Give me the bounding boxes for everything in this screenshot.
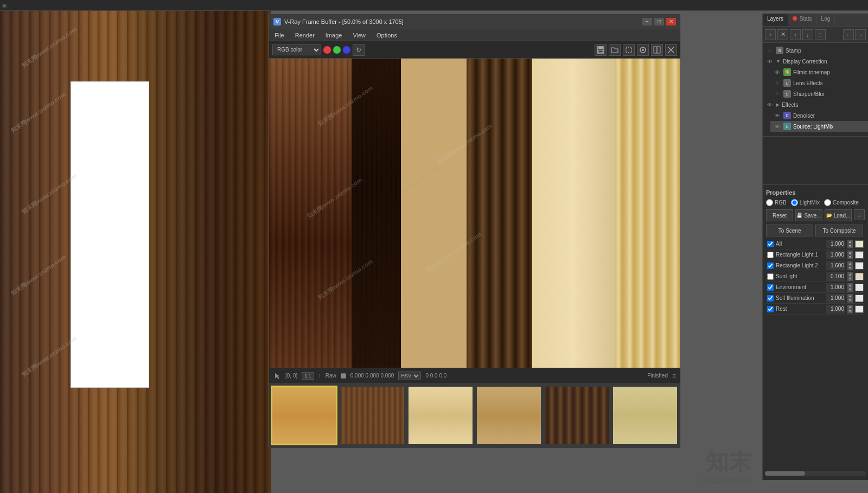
options-button[interactable]: ≡ [854,209,865,220]
check-all[interactable] [767,241,774,247]
check-selfillum[interactable] [767,295,774,302]
layers-menu-button[interactable]: ≡ [815,29,826,40]
eye-sharpen[interactable]: 👁 [774,90,781,98]
light-value-env[interactable] [826,283,845,292]
compare-button[interactable] [651,44,663,56]
menu-file[interactable]: File [272,31,286,40]
spinner-down-rect1[interactable]: ▼ [847,255,853,259]
menu-render[interactable]: Render [293,31,317,40]
spinner-down-rect2[interactable]: ▼ [847,266,853,270]
eye-denoiser[interactable]: 👁 [774,112,781,119]
layer-display-correction[interactable]: 👁 ▼ Display Correction [763,56,868,67]
close-button[interactable]: ✕ [666,18,676,25]
to-scene-button[interactable]: To Scene [766,225,813,236]
effects-expand[interactable]: ▶ [776,102,780,107]
radio-composite[interactable]: Composite [824,199,859,206]
refresh-button[interactable]: ↻ [353,44,365,56]
blue-channel-dot[interactable] [343,46,350,54]
eye-stamp[interactable]: 👁 [766,47,774,54]
thumbnail-6[interactable] [612,386,678,445]
horizontal-scrollbar[interactable] [765,471,866,476]
light-value-rest[interactable] [826,305,845,313]
light-value-rect1[interactable] [826,251,845,259]
move-up-button[interactable]: ↑ [790,29,801,40]
menu-image[interactable]: Image [323,31,344,40]
thumbnail-5[interactable] [544,386,610,445]
layer-effects[interactable]: 👁 ▶ Effects [763,99,868,110]
eye-effects[interactable]: 👁 [766,101,774,108]
check-rect2[interactable] [767,262,774,269]
spinner-down-sun[interactable]: ▼ [847,277,853,281]
swatch-selfillum[interactable] [855,294,864,302]
panel-forward-button[interactable]: → [855,29,866,40]
light-value-selfillum[interactable] [826,294,845,303]
swatch-env[interactable] [855,284,864,291]
pin-button[interactable] [637,44,649,56]
color-format-selector[interactable]: HSV RGB [398,372,421,380]
menu-options[interactable]: Options [374,31,399,40]
radio-rgb[interactable]: RGB [766,199,787,206]
clear-button[interactable] [665,44,677,56]
channel-selector[interactable]: RGB color [272,44,321,55]
tab-layers[interactable]: Layers [763,14,788,26]
green-channel-dot[interactable] [333,46,341,54]
spinner-down-selfillum[interactable]: ▼ [847,298,853,303]
move-down-button[interactable]: ↓ [802,29,813,40]
spinner-down-env[interactable]: ▼ [847,287,853,292]
eye-display-correction[interactable]: 👁 [766,57,774,65]
spinner-up-rest[interactable]: ▲ [847,305,853,309]
open-image-button[interactable] [609,44,621,56]
thumbnail-1[interactable] [271,386,337,445]
layer-source-lightmix[interactable]: 👁 L Source: LightMix [770,121,868,132]
light-value-all[interactable] [826,240,845,248]
status-menu-button[interactable]: ≡ [672,372,676,380]
check-sun[interactable] [767,273,774,280]
tab-log[interactable]: Log [817,14,835,26]
swatch-all[interactable] [855,240,864,248]
spinner-up-sun[interactable]: ▲ [847,272,853,277]
layer-filmic-tonemap[interactable]: 👁 🎨 Filmic tonemap [770,67,868,78]
load-button[interactable]: 📂 Load... [825,209,852,221]
render-region-button[interactable] [623,44,635,56]
spinner-down-rest[interactable]: ▼ [847,309,853,313]
swatch-rest[interactable] [855,305,864,313]
spinner-up-selfillum[interactable]: ▲ [847,294,853,298]
minimize-button[interactable]: − [642,18,652,25]
to-composite-button[interactable]: To Composite [815,225,863,236]
spinner-up-env[interactable]: ▲ [847,283,853,287]
layer-sharpen-blur[interactable]: 👁 S Sharpen/Blur [770,88,868,99]
thumbnail-3[interactable] [407,386,474,445]
eye-lightmix[interactable]: 👁 [774,123,781,130]
eye-lens[interactable]: 👁 [774,79,781,87]
swatch-rect1[interactable] [855,251,864,259]
red-channel-dot[interactable] [323,46,331,54]
tab-stats[interactable]: Stats [788,14,817,26]
swatch-sun[interactable] [855,273,864,280]
check-rest[interactable] [767,306,774,312]
delete-layer-button[interactable]: ✕ [777,29,788,40]
light-value-sun[interactable] [826,272,845,281]
spinner-down-all[interactable]: ▼ [847,244,853,248]
spinner-up-all[interactable]: ▲ [847,240,853,244]
eye-filmic[interactable]: 👁 [774,68,781,76]
radio-lightmix[interactable]: LightMix [791,199,820,206]
swatch-rect2[interactable] [855,262,864,270]
thumbnail-2[interactable] [340,386,406,445]
layer-lens-effects[interactable]: 👁 L Lens Effects [770,78,868,88]
expand-arrow[interactable]: ▼ [776,59,781,64]
layer-stamp[interactable]: 👁 S Stamp [763,45,868,56]
maximize-button[interactable]: □ [654,18,664,25]
spinner-up-rect1[interactable]: ▲ [847,251,853,255]
save-button[interactable]: 💾 Save... [795,209,822,221]
thumbnail-4[interactable] [476,386,542,445]
check-rect1[interactable] [767,252,774,258]
reset-button[interactable]: Reset [766,209,793,221]
layer-denoiser[interactable]: 👁 D Denoiser [770,110,868,121]
menu-view[interactable]: View [350,31,368,40]
zoom-selector[interactable]: 1:1 [302,372,314,380]
check-env[interactable] [767,284,774,291]
add-layer-button[interactable]: + [765,29,776,40]
save-image-button[interactable] [595,44,607,56]
light-value-rect2[interactable] [826,261,845,270]
panel-back-button[interactable]: ← [843,29,854,40]
